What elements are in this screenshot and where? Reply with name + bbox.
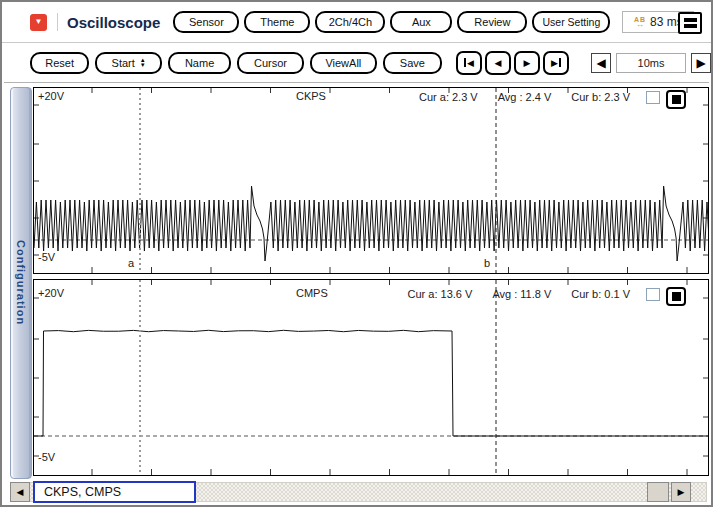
- ch2-bottom-voltage: -5V: [38, 451, 55, 463]
- viewall-button[interactable]: ViewAll: [310, 52, 377, 74]
- right-triangle-icon: ▶: [551, 58, 558, 68]
- ch1-bottom-voltage: -5V: [38, 251, 55, 263]
- title-divider: [57, 13, 58, 31]
- scroll-left-button[interactable]: ◀: [10, 482, 30, 502]
- ab-cursor-icon: AB ↔: [634, 17, 646, 27]
- timebase-value: 10ms: [616, 53, 686, 73]
- timebase-decrease-button[interactable]: ◀: [591, 53, 611, 73]
- right-triangle-icon: ▶: [524, 58, 531, 68]
- oscilloscope-window: ▼ Oscilloscope Sensor Theme 2Ch/4Ch Aux …: [0, 0, 713, 507]
- cursor-b-label: b: [484, 257, 490, 269]
- bottom-scrollbar: ◀ CKPS, CMPS ▶: [4, 480, 709, 505]
- left-triangle-icon: ◀: [495, 58, 502, 68]
- scrollbar-thumb[interactable]: [647, 482, 669, 502]
- ch1-top-voltage: +20V: [38, 90, 64, 102]
- channel-names-label: CKPS, CMPS: [33, 481, 196, 503]
- cursor-a-label: a: [128, 257, 134, 269]
- main-separator: [4, 82, 709, 83]
- ch1-enable-button[interactable]: [666, 90, 686, 109]
- timebase-increase-button[interactable]: ▶: [691, 53, 711, 73]
- playback-controls: ◀ ◀ ▶ ▶: [456, 51, 569, 75]
- app-title: Oscilloscope: [67, 14, 160, 31]
- ch2-cursor-a-value: Cur a: 13.6 V: [408, 288, 473, 300]
- toolbar: Reset Start ▲▼ Name Cursor ViewAll Save …: [2, 44, 711, 81]
- ch2-enable-button[interactable]: [666, 287, 686, 306]
- configuration-tab[interactable]: Configuration: [10, 87, 32, 479]
- name-button[interactable]: Name: [168, 52, 231, 74]
- ch2-checkbox[interactable]: [646, 288, 660, 301]
- menu-icon: [684, 18, 697, 22]
- timebase-control: ◀ 10ms ▶: [591, 53, 711, 73]
- step-forward-button[interactable]: ▶: [514, 51, 540, 75]
- ch2-name: CMPS: [296, 287, 328, 299]
- aux-button[interactable]: Aux: [390, 11, 452, 33]
- start-button[interactable]: Start ▲▼: [95, 52, 162, 74]
- scope-panel-ch2: +20V CMPS Cur a: 13.6 V Avg : 11.8 V Cur…: [33, 279, 709, 476]
- down-triangle-icon: ▼: [35, 18, 43, 26]
- menu-button[interactable]: [678, 12, 702, 34]
- waveform-plot-ch2[interactable]: [34, 280, 708, 475]
- ch1-cursor-a-value: Cur a: 2.3 V: [419, 91, 478, 103]
- theme-button[interactable]: Theme: [244, 11, 310, 33]
- ch2-top-voltage: +20V: [38, 287, 64, 299]
- app-icon[interactable]: ▼: [30, 14, 47, 31]
- review-button[interactable]: Review: [457, 11, 527, 33]
- title-bar: ▼ Oscilloscope Sensor Theme 2Ch/4Ch Aux …: [2, 2, 711, 43]
- bar-icon: [464, 58, 466, 67]
- scope-panel-ch1: +20V CKPS Cur a: 2.3 V Avg : 2.4 V Cur b…: [33, 87, 709, 274]
- configuration-tab-label: Configuration: [15, 240, 27, 325]
- ch2-average-value: Avg : 11.8 V: [492, 288, 551, 300]
- save-button[interactable]: Save: [383, 52, 442, 74]
- sensor-button[interactable]: Sensor: [173, 11, 239, 33]
- skip-end-button[interactable]: ▶: [543, 51, 569, 75]
- ch1-name: CKPS: [296, 90, 326, 102]
- channel-mode-button[interactable]: 2Ch/4Ch: [315, 11, 385, 33]
- ch1-readouts: Cur a: 2.3 V Avg : 2.4 V Cur b: 2.3 V: [419, 91, 630, 103]
- scroll-right-button[interactable]: ▶: [671, 482, 691, 502]
- left-triangle-icon: ◀: [17, 487, 24, 497]
- bar-icon: [559, 58, 561, 67]
- ch1-checkbox[interactable]: [646, 91, 660, 104]
- ch1-average-value: Avg : 2.4 V: [498, 91, 552, 103]
- reset-button[interactable]: Reset: [30, 52, 89, 74]
- titlebar-buttons: Sensor Theme 2Ch/4Ch Aux Review User Set…: [173, 11, 610, 33]
- user-setting-button[interactable]: User Setting: [532, 11, 610, 33]
- ch2-cursor-b-value: Cur b: 0.1 V: [571, 288, 630, 300]
- start-spinner-icon[interactable]: ▲▼: [140, 58, 146, 68]
- skip-start-button[interactable]: ◀: [456, 51, 482, 75]
- ch1-cursor-b-value: Cur b: 2.3 V: [571, 91, 630, 103]
- step-back-button[interactable]: ◀: [485, 51, 511, 75]
- left-triangle-icon: ◀: [596, 56, 605, 70]
- filled-square-icon: [672, 292, 681, 301]
- ch2-readouts: Cur a: 13.6 V Avg : 11.8 V Cur b: 0.1 V: [408, 288, 630, 300]
- waveform-plot-ch1[interactable]: [34, 88, 708, 273]
- right-triangle-icon: ▶: [678, 487, 685, 497]
- menu-icon: [684, 24, 697, 28]
- cursor-button[interactable]: Cursor: [237, 52, 304, 74]
- right-triangle-icon: ▶: [696, 56, 705, 70]
- filled-square-icon: [672, 95, 681, 104]
- left-triangle-icon: ◀: [467, 58, 474, 68]
